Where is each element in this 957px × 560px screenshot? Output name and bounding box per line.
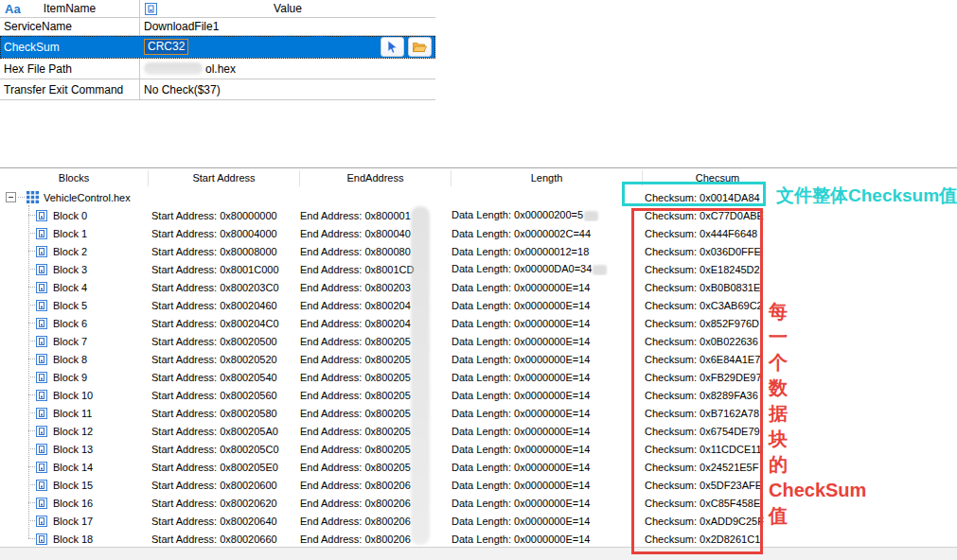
prop-name: ServiceName <box>4 20 72 33</box>
block-icon <box>36 228 47 239</box>
length-text: Data Length: 0x0000000E=14 <box>452 480 591 491</box>
annotation-line: 据 <box>769 401 866 427</box>
file-checksum-highlight-box <box>622 182 766 206</box>
open-folder-icon <box>413 42 427 53</box>
column-header-start-address[interactable]: Start Address <box>149 170 300 186</box>
block-label: Block 5 <box>53 300 87 311</box>
tree-connector <box>28 323 35 324</box>
length-cell: Data Length: 0x0000000E=14 <box>449 480 640 491</box>
column-header-end-address[interactable]: EndAddress <box>300 170 452 186</box>
block-label: Block 12 <box>53 426 93 437</box>
annotation-line: CheckSum <box>769 478 866 503</box>
prop-name: CheckSum <box>4 41 60 54</box>
tree-guide-line <box>28 205 29 538</box>
open-file-button[interactable] <box>408 37 432 57</box>
block-label: Block 1 <box>53 228 87 239</box>
start-address-cell: Start Address: 0x80020500 <box>149 336 297 347</box>
tree-connector <box>28 359 35 359</box>
prop-row-servicename[interactable]: ServiceName DownloadFile1 <box>0 18 435 36</box>
block-label: Block 18 <box>53 534 93 545</box>
tree-connector <box>28 448 35 449</box>
text-type-icon: Aa <box>5 2 21 16</box>
block-icon <box>36 444 47 455</box>
length-cell: Data Length: 0x0000000E=14 <box>449 390 640 401</box>
annotation-line: 的 <box>769 452 866 478</box>
block-row[interactable]: Block 4 Start Address: 0x800203C0 End Ad… <box>0 278 957 296</box>
tree-connector <box>28 484 35 485</box>
block-label: Block 13 <box>53 444 93 455</box>
root-file-label: VehicleControl.hex <box>44 192 131 203</box>
cursor-tool-button[interactable] <box>381 37 404 57</box>
tree-connector <box>28 394 35 395</box>
checksum-value-editor[interactable]: CRC32 <box>144 39 188 55</box>
annotation-line: 块 <box>769 427 866 452</box>
length-cell: Data Length: 0x0000000E=14 <box>449 300 640 311</box>
length-text: Data Length: 0x0000000E=14 <box>452 462 591 473</box>
block-label: Block 7 <box>53 336 87 347</box>
start-address-cell: Start Address: 0x80020460 <box>149 300 297 311</box>
block-icon <box>36 408 47 419</box>
block-icon <box>36 480 47 491</box>
column-header-blocks[interactable]: Blocks <box>0 170 149 186</box>
block-label: Block 16 <box>53 498 93 509</box>
start-address-cell: Start Address: 0x800203C0 <box>149 282 297 293</box>
length-cell: Data Length: 0x00000DA0=34 <box>449 263 640 275</box>
tree-connector <box>28 538 35 539</box>
length-text: Data Length: 0x0000000E=14 <box>452 336 591 347</box>
length-cell: Data Length: 0x0000000E=14 <box>449 516 640 527</box>
block-icon <box>36 534 47 545</box>
block-checksum-annotation: 每 一 个 数 据 块 的 CheckSum 值 <box>769 299 866 529</box>
start-address-cell: Start Address: 0x80020560 <box>149 390 297 401</box>
prop-row-checksum[interactable]: CheckSum CRC32 <box>0 36 435 59</box>
block-icon <box>36 336 47 347</box>
block-row[interactable]: Block 1 Start Address: 0x80004000 End Ad… <box>0 224 957 242</box>
length-cell: Data Length: 0x0000000E=14 <box>449 444 640 455</box>
start-address-cell: Start Address: 0x80020520 <box>149 354 297 365</box>
block-row[interactable]: Block 18 Start Address: 0x80020660 End A… <box>0 530 957 548</box>
prop-value: ol.hex <box>205 62 236 76</box>
start-address-cell: Start Address: 0x80020660 <box>149 534 297 545</box>
file-checksum-annotation: 文件整体Checksum值 <box>776 184 957 208</box>
prop-row-transfer-exit[interactable]: Transfer Exit Command No Check($37) <box>0 79 435 100</box>
column-header-length[interactable]: Length <box>452 170 643 186</box>
block-row[interactable]: Block 0 Start Address: 0x80000000 End Ad… <box>0 206 957 224</box>
itemname-header-cell[interactable]: Aa ItemName <box>0 0 140 17</box>
prop-value: DownloadFile1 <box>144 20 219 33</box>
block-label: Block 4 <box>53 282 87 293</box>
length-text: Data Length: 0x0000000E=14 <box>452 318 591 329</box>
length-text: Data Length: 0x0000000E=14 <box>452 390 591 401</box>
block-icon <box>36 462 47 473</box>
length-text: Data Length: 0x0000000E=14 <box>452 372 591 383</box>
app-screen: Aa ItemName Value ServiceName DownloadFi… <box>0 0 957 560</box>
block-label: Block 14 <box>53 462 93 473</box>
prop-row-hexfilepath[interactable]: Hex File Path ol.hex <box>0 59 435 79</box>
annotation-line: 一 <box>769 324 866 350</box>
length-text: Data Length: 0x0000000E=14 <box>452 534 591 545</box>
tree-connector <box>28 233 35 234</box>
start-address-cell: Start Address: 0x80020640 <box>149 516 297 527</box>
hex-file-icon <box>27 191 39 203</box>
annotation-line: 个 <box>769 350 866 376</box>
horizontal-scrollbar[interactable] <box>0 547 957 560</box>
block-label: Block 17 <box>53 516 93 527</box>
block-icon <box>36 210 47 221</box>
value-header-cell[interactable]: Value <box>140 0 435 17</box>
length-cell: Data Length: 0x0000000E=14 <box>449 498 640 509</box>
length-cell: Data Length: 0x0000000E=14 <box>449 336 640 347</box>
block-label: Block 3 <box>53 264 87 275</box>
block-label: Block 2 <box>53 246 87 257</box>
length-redaction <box>584 211 598 221</box>
block-icon <box>36 498 47 509</box>
start-address-cell: Start Address: 0x80020540 <box>149 372 297 383</box>
length-cell: Data Length: 0x00000200=5 <box>449 209 640 221</box>
length-text: Data Length: 0x00000DA0=34 <box>452 263 592 274</box>
tree-connector <box>28 269 35 270</box>
collapse-toggle-icon[interactable] <box>6 192 16 202</box>
start-address-cell: Start Address: 0x80004000 <box>149 228 297 239</box>
block-row[interactable]: Block 2 Start Address: 0x80008000 End Ad… <box>0 242 957 260</box>
start-address-cell: Start Address: 0x8001C000 <box>149 264 297 275</box>
block-label: Block 9 <box>53 372 87 383</box>
block-row[interactable]: Block 3 Start Address: 0x8001C000 End Ad… <box>0 260 957 278</box>
block-label: Block 6 <box>53 318 87 329</box>
start-address-cell: Start Address: 0x800205E0 <box>149 462 297 473</box>
